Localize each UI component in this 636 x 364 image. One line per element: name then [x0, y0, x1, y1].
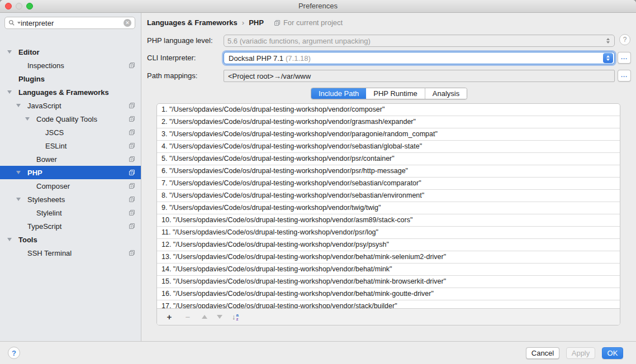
tab-php-runtime[interactable]: PHP Runtime: [366, 88, 425, 99]
sidebar-item-tools[interactable]: Tools: [0, 233, 141, 246]
search-field[interactable]: interpreter ✕: [4, 17, 135, 29]
breadcrumb-separator: ›: [242, 18, 244, 27]
sidebar-item-label: Plugins: [18, 75, 45, 83]
preferences-window: Preferences interpreter ✕ EditorInspecti…: [0, 0, 636, 364]
include-path-row[interactable]: 14. "/Users/opdavies/Code/os/drupal-test…: [157, 264, 620, 276]
settings-tree: EditorInspectionsPluginsLanguages & Fram…: [0, 45, 141, 260]
sidebar-item-typescript[interactable]: TypeScript: [0, 219, 141, 233]
sidebar-item-label: PHP: [27, 169, 42, 177]
include-path-row[interactable]: 17. "/Users/opdavies/Code/os/drupal-test…: [157, 300, 620, 308]
sidebar-item-plugins[interactable]: Plugins: [0, 72, 141, 85]
include-path-row[interactable]: 12. "/Users/opdavies/Code/os/drupal-test…: [157, 239, 620, 251]
cli-interpreter-version: (7.1.18): [286, 54, 603, 63]
search-match-icon: [129, 250, 135, 258]
cli-interpreter-label: CLI Interpreter:: [147, 52, 196, 64]
sidebar-item-stylelint[interactable]: Stylelint: [0, 206, 141, 219]
search-match-icon: [129, 142, 135, 151]
search-match-icon: [129, 183, 135, 191]
include-path-list[interactable]: 1. "/Users/opdavies/Code/os/drupal-testi…: [157, 104, 620, 308]
sidebar-item-label: ESLint: [45, 142, 67, 150]
help-button[interactable]: ?: [8, 347, 20, 359]
sidebar-item-languages-frameworks[interactable]: Languages & Frameworks: [0, 85, 141, 99]
window-title: Preferences: [0, 0, 636, 12]
include-path-row[interactable]: 3. "/Users/opdavies/Code/os/drupal-testi…: [157, 128, 620, 141]
minimize-window-button[interactable]: [16, 3, 22, 9]
language-level-label: PHP language level:: [147, 35, 213, 47]
include-path-row[interactable]: 16. "/Users/opdavies/Code/os/drupal-test…: [157, 288, 620, 300]
include-path-row[interactable]: 13. "/Users/opdavies/Code/os/drupal-test…: [157, 251, 620, 264]
include-path-row[interactable]: 7. "/Users/opdavies/Code/os/drupal-testi…: [157, 178, 620, 190]
tab-include-path[interactable]: Include Path: [311, 88, 366, 99]
include-path-row[interactable]: 5. "/Users/opdavies/Code/os/drupal-testi…: [157, 153, 620, 165]
close-window-button[interactable]: [5, 3, 12, 9]
include-path-panel: 1. "/Users/opdavies/Code/os/drupal-testi…: [156, 103, 620, 325]
sort-alphabetically-icon[interactable]: ↓ az: [232, 313, 239, 321]
language-level-help-icon[interactable]: ?: [619, 34, 630, 45]
sidebar-item-label: Bower: [36, 155, 57, 164]
move-up-icon[interactable]: [202, 315, 207, 319]
sidebar-item-composer[interactable]: Composer: [0, 179, 141, 193]
apply-button[interactable]: Apply: [566, 347, 595, 359]
expand-arrow-icon[interactable]: [16, 198, 21, 201]
expand-arrow-icon[interactable]: [25, 117, 30, 121]
sidebar-item-bower[interactable]: Bower: [0, 152, 141, 166]
sidebar-item-jscs[interactable]: JSCS: [0, 126, 141, 139]
move-down-icon[interactable]: [217, 315, 222, 319]
include-path-row[interactable]: 1. "/Users/opdavies/Code/os/drupal-testi…: [157, 104, 620, 116]
breadcrumb-current: PHP: [249, 18, 264, 27]
search-icon: [8, 20, 15, 26]
include-path-row[interactable]: 11. "/Users/opdavies/Code/os/drupal-test…: [157, 227, 620, 239]
expand-arrow-icon[interactable]: [7, 238, 12, 241]
include-path-row[interactable]: 10. "/Users/opdavies/Code/os/drupal-test…: [157, 214, 620, 227]
window-controls: [5, 3, 33, 9]
path-mappings-field[interactable]: <Project root>→/var/www: [224, 70, 615, 82]
tab-analysis[interactable]: Analysis: [425, 88, 467, 99]
cancel-button[interactable]: Cancel: [526, 347, 559, 359]
sidebar-item-javascript[interactable]: JavaScript: [0, 99, 141, 112]
search-match-icon: [129, 209, 135, 218]
sidebar-item-label: Tools: [18, 236, 37, 244]
sidebar-item-ssh-terminal[interactable]: SSH Terminal: [0, 246, 141, 260]
settings-detail-pane: Languages & Frameworks › PHP For current…: [141, 13, 636, 341]
path-mappings-value: <Project root>→/var/www: [228, 72, 311, 80]
sidebar-item-editor[interactable]: Editor: [0, 45, 141, 59]
include-path-row[interactable]: 15. "/Users/opdavies/Code/os/drupal-test…: [157, 276, 620, 288]
ok-button[interactable]: OK: [602, 347, 623, 359]
cli-interpreter-browse-button[interactable]: ...: [618, 52, 631, 64]
include-path-row[interactable]: 6. "/Users/opdavies/Code/os/drupal-testi…: [157, 165, 620, 178]
breadcrumb-parent[interactable]: Languages & Frameworks: [147, 18, 238, 27]
expand-arrow-icon[interactable]: [7, 90, 12, 94]
sidebar-item-php[interactable]: PHP: [0, 166, 141, 179]
clear-search-icon[interactable]: ✕: [124, 19, 131, 27]
sidebar-item-inspections[interactable]: Inspections: [0, 59, 141, 72]
path-mappings-label: Path mappings:: [147, 70, 197, 82]
include-path-row[interactable]: 2. "/Users/opdavies/Code/os/drupal-testi…: [157, 116, 620, 128]
include-path-row[interactable]: 8. "/Users/opdavies/Code/os/drupal-testi…: [157, 190, 620, 202]
sidebar-item-label: Stylesheets: [27, 195, 65, 204]
expand-arrow-icon[interactable]: [7, 50, 12, 54]
sidebar-item-label: Inspections: [27, 61, 64, 70]
sidebar-item-stylesheets[interactable]: Stylesheets: [0, 193, 141, 206]
include-path-row[interactable]: 4. "/Users/opdavies/Code/os/drupal-testi…: [157, 141, 620, 153]
language-level-select[interactable]: 5.6 (variadic functions, argument unpack…: [224, 35, 615, 47]
settings-sidebar: interpreter ✕ EditorInspectionsPluginsLa…: [0, 13, 141, 341]
path-mappings-browse-button[interactable]: ...: [618, 70, 631, 82]
sidebar-item-code-quality-tools[interactable]: Code Quality Tools: [0, 112, 141, 126]
remove-path-icon[interactable]: −: [183, 312, 192, 322]
search-input[interactable]: interpreter: [21, 19, 124, 27]
breadcrumb: Languages & Frameworks › PHP For current…: [147, 18, 343, 27]
sidebar-item-eslint[interactable]: ESLint: [0, 139, 141, 152]
sidebar-item-label: Code Quality Tools: [36, 115, 97, 123]
stepper-icon: [603, 53, 613, 63]
search-match-icon: [129, 196, 135, 204]
scope-note: For current project: [283, 18, 343, 27]
sidebar-item-label: TypeScript: [27, 222, 61, 231]
expand-arrow-icon[interactable]: [16, 104, 21, 107]
search-match-icon: [129, 169, 135, 178]
expand-arrow-icon[interactable]: [16, 171, 21, 174]
cli-interpreter-select[interactable]: Docksal PHP 7.1 (7.1.18): [224, 52, 615, 64]
include-path-row[interactable]: 9. "/Users/opdavies/Code/os/drupal-testi…: [157, 202, 620, 214]
zoom-window-button[interactable]: [26, 3, 33, 9]
add-path-icon[interactable]: +: [165, 312, 174, 322]
search-match-icon: [129, 129, 135, 137]
